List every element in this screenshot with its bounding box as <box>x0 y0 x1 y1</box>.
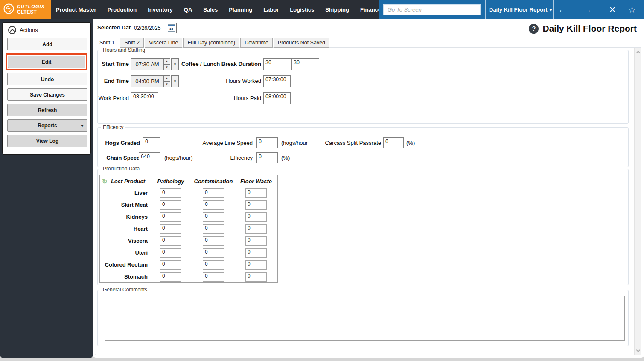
tab-shift-1[interactable]: Shift 1 <box>95 38 119 48</box>
screen-selector-dropdown[interactable]: Daily Kill Floor Report ▼ <box>489 0 553 19</box>
start-time-field[interactable]: 07:30 AM <box>131 58 163 70</box>
scroll-up-icon[interactable] <box>636 51 641 55</box>
menu-shipping[interactable]: Shipping <box>325 6 349 13</box>
tab-products-not-saved[interactable]: Products Not Saved <box>274 38 329 48</box>
colored-rectum-contamination-field[interactable]: 0 <box>203 260 224 270</box>
heart-floor-waste-field[interactable]: 0 <box>245 224 267 234</box>
menu-finance[interactable]: Finance <box>360 6 381 13</box>
save-changes-button[interactable]: Save Changes <box>7 88 87 101</box>
menu-inventory[interactable]: Inventory <box>148 6 173 13</box>
date-picker[interactable]: 02/26/2025 15 <box>131 23 177 33</box>
coffee-break-field[interactable]: 30 <box>263 58 291 70</box>
row-label-kidneys: Kidneys <box>99 214 148 220</box>
back-arrow-icon[interactable]: ← <box>558 6 566 14</box>
page-title: Daily Kill Floor Report <box>542 23 637 34</box>
skirt-meat-pathology-field[interactable]: 0 <box>160 200 181 210</box>
work-period-label: Work Period <box>77 95 129 101</box>
reports-dropdown-button[interactable]: Reports ▾ <box>7 119 87 132</box>
cutlogix-logo-icon <box>3 3 15 16</box>
liver-floor-waste-field[interactable]: 0 <box>245 188 267 198</box>
vertical-scrollbar[interactable] <box>634 48 641 355</box>
collapse-panel-icon[interactable] <box>8 26 16 34</box>
add-button[interactable]: Add <box>7 38 87 50</box>
top-menu-bar: CUTLOGIX CLTEST Product Master Productio… <box>0 0 644 19</box>
colored-rectum-pathology-field[interactable]: 0 <box>160 260 181 270</box>
help-icon[interactable]: ? <box>529 24 539 34</box>
spin-up-icon[interactable]: ▲ <box>163 58 170 65</box>
stomach-pathology-field[interactable]: 0 <box>160 272 181 282</box>
general-comments-group-label: General Comments <box>101 287 149 293</box>
liver-pathology-field[interactable]: 0 <box>160 188 181 198</box>
kidneys-pathology-field[interactable]: 0 <box>160 212 181 222</box>
chain-speed-label: Chain Speed <box>98 155 140 161</box>
chevron-down-icon: ▾ <box>81 123 83 128</box>
avg-line-speed-field[interactable]: 0 <box>256 137 278 148</box>
menu-logistics[interactable]: Logistics <box>290 6 314 13</box>
stomach-contamination-field[interactable]: 0 <box>203 272 224 282</box>
undo-button[interactable]: Undo <box>7 73 87 85</box>
end-time-dropdown-icon[interactable]: ▾ <box>171 75 179 87</box>
liver-contamination-field[interactable]: 0 <box>203 188 224 198</box>
uteri-floor-waste-field[interactable]: 0 <box>245 248 267 258</box>
uteri-contamination-field[interactable]: 0 <box>203 248 224 258</box>
nav-button-group: ← → ✕ <box>558 0 616 19</box>
favorite-star-icon[interactable]: ☆ <box>620 0 644 19</box>
lunch-break-field[interactable]: 30 <box>291 58 319 70</box>
scroll-down-icon[interactable] <box>636 348 641 352</box>
refresh-button[interactable]: Refresh <box>7 104 87 116</box>
skirt-meat-contamination-field[interactable]: 0 <box>203 200 224 210</box>
app-logo: CUTLOGIX CLTEST <box>0 0 51 19</box>
tab-viscera-line[interactable]: Viscera Line <box>145 38 183 48</box>
hours-worked-field[interactable]: 07:30:00 <box>263 75 291 87</box>
hogs-graded-label: Hogs Graded <box>98 140 140 146</box>
efficiency-group-label: Efficency <box>101 124 125 130</box>
spin-down-icon[interactable]: ▼ <box>163 82 170 88</box>
screen-nav-bar: Daily Kill Floor Report ▼ ← → ✕ ☆ <box>379 0 644 19</box>
stomach-floor-waste-field[interactable]: 0 <box>245 272 267 282</box>
menu-planning[interactable]: Planning <box>229 6 252 13</box>
row-label-colored-rectum: Colored Rectum <box>99 261 148 268</box>
end-time-field[interactable]: 04:00 PM <box>131 75 163 87</box>
menu-qa[interactable]: QA <box>184 6 192 13</box>
col-header-floor-waste: Floor Waste <box>235 178 277 185</box>
hours-paid-field[interactable]: 08:00:00 <box>263 92 291 104</box>
heart-pathology-field[interactable]: 0 <box>160 224 181 234</box>
kidneys-contamination-field[interactable]: 0 <box>203 212 224 222</box>
tab-downtime[interactable]: Downtime <box>240 38 273 48</box>
viscera-floor-waste-field[interactable]: 0 <box>245 236 267 246</box>
spin-up-icon[interactable]: ▲ <box>163 75 170 82</box>
spin-down-icon[interactable]: ▼ <box>163 65 170 70</box>
start-time-dropdown-icon[interactable]: ▾ <box>171 58 179 70</box>
menu-production[interactable]: Production <box>108 6 137 13</box>
general-comments-textarea[interactable] <box>105 296 625 341</box>
avg-line-speed-unit: (hogs/hour <box>281 140 308 146</box>
calendar-icon[interactable]: 15 <box>168 24 175 32</box>
work-period-field[interactable]: 08:30:00 <box>131 92 158 104</box>
actions-header: Actions <box>3 23 90 38</box>
edit-button[interactable]: Edit <box>8 56 85 68</box>
end-time-label: End Time <box>77 78 129 84</box>
kidneys-floor-waste-field[interactable]: 0 <box>245 212 267 222</box>
carcass-split-passrate-field[interactable]: 0 <box>383 137 404 148</box>
forward-arrow-icon[interactable]: → <box>584 6 592 14</box>
go-to-screen-input[interactable] <box>383 4 481 15</box>
view-log-button[interactable]: View Log <box>7 135 87 147</box>
menu-labor[interactable]: Labor <box>263 6 279 13</box>
heart-contamination-field[interactable]: 0 <box>203 224 224 234</box>
skirt-meat-floor-waste-field[interactable]: 0 <box>245 200 267 210</box>
viscera-pathology-field[interactable]: 0 <box>160 236 181 246</box>
efficency-field[interactable]: 0 <box>256 152 278 163</box>
menu-product-master[interactable]: Product Master <box>56 6 96 13</box>
hogs-graded-field[interactable]: 0 <box>143 137 160 148</box>
date-value[interactable]: 02/26/2025 <box>131 25 168 31</box>
menu-sales[interactable]: Sales <box>203 6 218 13</box>
close-icon[interactable]: ✕ <box>609 6 616 14</box>
viscera-contamination-field[interactable]: 0 <box>203 236 224 246</box>
tab-shift-2[interactable]: Shift 2 <box>120 38 143 48</box>
tab-full-day-combined[interactable]: Full Day (combined) <box>183 38 239 48</box>
row-label-heart: Heart <box>99 226 148 232</box>
divider <box>485 0 486 19</box>
colored-rectum-floor-waste-field[interactable]: 0 <box>245 260 267 270</box>
chain-speed-field[interactable]: 640 <box>139 152 160 163</box>
uteri-pathology-field[interactable]: 0 <box>160 248 181 258</box>
